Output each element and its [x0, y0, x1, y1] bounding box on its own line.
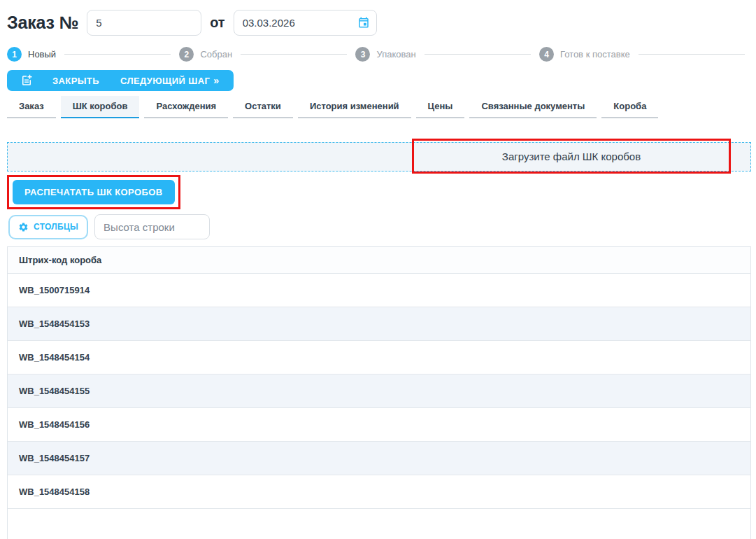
step-connector — [425, 54, 531, 55]
step-number: 2 — [179, 47, 194, 62]
step-label: Упакован — [376, 49, 415, 59]
next-step-button[interactable]: СЛЕДУЮЩИЙ ШАГ» — [110, 70, 230, 91]
tab-order[interactable]: Заказ — [7, 96, 56, 118]
barcode-file-dropzone[interactable]: Загрузите файл ШК коробов — [7, 142, 751, 172]
table-row[interactable]: WB_1548454154 — [8, 341, 750, 374]
page-title: Заказ № — [7, 13, 78, 33]
print-annotation-box: РАСПЕЧАТАТЬ ШК КОРОБОВ — [7, 175, 180, 209]
step-ready: 4 Готов к поставке — [539, 47, 630, 62]
add-note-button[interactable] — [11, 70, 42, 91]
order-tabs: Заказ ШК коробов Расхождения Остатки Ист… — [7, 96, 753, 118]
step-packed: 3 Упакован — [355, 47, 415, 62]
table-empty-area — [8, 509, 750, 539]
table-row[interactable]: WB_1548454153 — [8, 307, 750, 341]
order-status-stepper: 1 Новый 2 Собран 3 Упакован 4 Готов к по… — [7, 47, 753, 62]
step-connector — [241, 54, 347, 55]
step-assembled: 2 Собран — [179, 47, 232, 62]
note-add-icon — [20, 74, 33, 87]
step-number: 1 — [7, 47, 22, 62]
table-row[interactable]: WB_1500715914 — [8, 274, 750, 307]
columns-button-label: СТОЛБЦЫ — [34, 222, 78, 232]
tab-stock[interactable]: Остатки — [233, 96, 293, 118]
close-button[interactable]: ЗАКРЫТЬ — [42, 70, 110, 91]
upload-file-annotation-box[interactable]: Загрузите файл ШК коробов — [412, 139, 731, 174]
order-action-bar: ЗАКРЫТЬ СЛЕДУЮЩИЙ ШАГ» — [7, 70, 234, 91]
from-label: от — [210, 15, 225, 31]
tab-discrepancies[interactable]: Расхождения — [144, 96, 228, 118]
step-new: 1 Новый — [7, 47, 56, 62]
gear-icon — [18, 222, 29, 232]
step-number: 3 — [355, 47, 370, 62]
row-height-input[interactable] — [94, 214, 210, 239]
tab-linked-documents[interactable]: Связанные документы — [469, 96, 597, 118]
chevron-right-icon: » — [213, 75, 219, 86]
step-label: Готов к поставке — [560, 49, 630, 59]
table-row[interactable]: WB_1548454156 — [8, 408, 750, 442]
step-connector — [639, 54, 745, 55]
step-number: 4 — [539, 47, 554, 62]
upload-file-label: Загрузите файл ШК коробов — [502, 150, 641, 162]
step-label: Собран — [200, 49, 232, 59]
order-date-input[interactable] — [234, 10, 377, 36]
table-row[interactable]: WB_1548454155 — [8, 374, 750, 408]
column-header-barcode: Штрих-код короба — [8, 247, 750, 274]
order-number-input[interactable] — [87, 10, 201, 36]
table-row[interactable]: WB_1548454158 — [8, 475, 750, 509]
tab-prices[interactable]: Цены — [416, 96, 465, 118]
order-header: Заказ № от — [7, 10, 753, 36]
columns-button[interactable]: СТОЛБЦЫ — [8, 215, 88, 239]
order-page: Заказ № от 1 Новый 2 Собран 3 Упакован 4… — [0, 0, 756, 539]
grid-controls: СТОЛБЦЫ — [8, 214, 753, 239]
next-step-label: СЛЕДУЮЩИЙ ШАГ — [120, 76, 210, 86]
step-connector — [64, 54, 171, 55]
print-box-barcodes-button[interactable]: РАСПЕЧАТАТЬ ШК КОРОБОВ — [13, 180, 175, 204]
calendar-icon[interactable] — [357, 16, 370, 29]
tab-change-history[interactable]: История изменений — [298, 96, 411, 118]
tab-boxes[interactable]: Короба — [601, 96, 658, 118]
order-date-field — [234, 10, 377, 36]
step-label: Новый — [28, 49, 56, 59]
tab-box-barcodes[interactable]: ШК коробов — [61, 96, 140, 118]
box-barcodes-table: Штрих-код короба WB_1500715914 WB_154845… — [7, 246, 751, 539]
table-row[interactable]: WB_1548454157 — [8, 442, 750, 475]
